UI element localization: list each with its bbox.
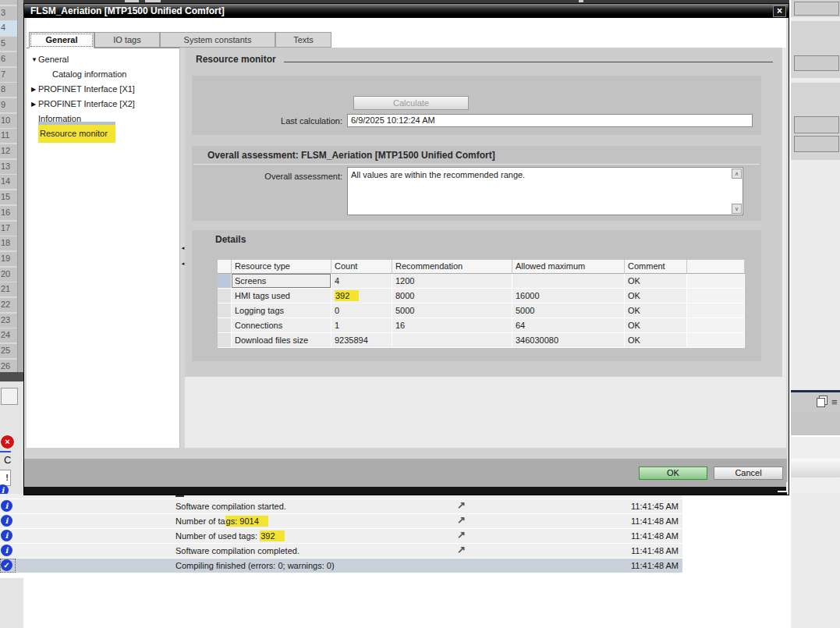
log-row[interactable]: ✓ Compiling finished (errors: 0; warning…	[0, 559, 682, 573]
comment-cell[interactable]: OK	[625, 274, 687, 289]
resource-type-cell[interactable]: Logging tags	[232, 303, 331, 318]
count-cell[interactable]: 4	[331, 274, 392, 289]
tree-item-label: General	[38, 52, 69, 67]
last-calculation-field[interactable]: 6/9/2025 10:12:24 AM	[347, 114, 753, 127]
recommendation-cell[interactable]: 16	[392, 318, 512, 333]
footer-band	[24, 448, 787, 459]
navigation-tree: ▼ General Catalog information ▶ PROFINET…	[27, 52, 179, 141]
overall-assessment-label: Overall assessment:	[207, 172, 342, 181]
background-button-fragment	[1, 388, 18, 405]
recommendation-cell[interactable]	[392, 333, 512, 348]
scroll-up-icon[interactable]: ∧	[732, 169, 742, 179]
column-header[interactable]	[687, 260, 745, 274]
allowed-maximum-cell[interactable]: 16000	[512, 289, 625, 303]
recommendation-cell[interactable]: 8000	[392, 289, 512, 303]
tab-system-constants[interactable]: System constants	[160, 32, 275, 48]
goto-arrow-icon[interactable]: ↗	[457, 514, 466, 526]
resize-grip[interactable]	[778, 482, 788, 492]
column-header[interactable]: Recommendation	[392, 260, 512, 274]
row-selector[interactable]	[218, 274, 232, 289]
highlight-marker: 392	[260, 530, 284, 541]
count-cell[interactable]: 1	[331, 318, 392, 333]
dialog-titlebar[interactable]: FLSM_Aeriation [MTP1500 Unified Comfort]	[24, 4, 789, 18]
cancel-button[interactable]: Cancel	[714, 467, 783, 480]
recommendation-cell[interactable]: 5000	[392, 303, 512, 318]
allowed-maximum-cell[interactable]: 64	[512, 318, 625, 333]
overall-assessment-textbox[interactable]: All values are within the recommended ra…	[347, 167, 743, 215]
count-cell[interactable]: 9235894	[331, 333, 392, 348]
row-selector[interactable]	[218, 333, 232, 348]
allowed-maximum-cell[interactable]	[512, 274, 625, 289]
warning-icon: !	[0, 470, 11, 486]
ok-button[interactable]: OK	[639, 467, 707, 480]
comment-cell[interactable]: OK	[625, 333, 687, 348]
dialog-bottom-edge	[24, 487, 787, 495]
log-message: Number of tags: 9014	[175, 515, 268, 527]
tab-texts[interactable]: Texts	[275, 32, 331, 48]
tree-item[interactable]: Catalog information	[27, 67, 179, 82]
recommendation-cell[interactable]: 1200	[392, 274, 512, 289]
background-field	[794, 116, 839, 133]
row-selector[interactable]	[218, 318, 232, 333]
tab-general[interactable]: General	[29, 32, 94, 48]
resource-type-cell[interactable]: Download files size	[232, 333, 331, 348]
column-header[interactable]: Allowed maximum	[512, 260, 625, 274]
table-row[interactable]: Screens 4 1200 OK	[218, 274, 745, 289]
table-row[interactable]: Logging tags 0 5000 5000 OK	[218, 303, 745, 318]
log-status-iconbox: i	[0, 499, 16, 513]
row-selector[interactable]	[218, 303, 232, 318]
tree-item[interactable]: ▶ PROFINET Interface [X2]	[27, 97, 179, 112]
table-row[interactable]: Connections 1 16 64 OK	[218, 318, 745, 333]
tree-item[interactable]: ▼ General	[27, 52, 179, 67]
log-status-icon: i	[1, 515, 12, 527]
highlight-marker: gs: 9014	[225, 516, 268, 527]
goto-arrow-icon[interactable]: ↗	[457, 499, 466, 511]
tree-expander-icon[interactable]: ▼	[27, 52, 38, 67]
row-number-cell: 25	[0, 344, 17, 360]
empty-cell	[687, 333, 745, 348]
table-row[interactable]: Download files size 9235894 346030080 OK	[218, 333, 745, 348]
overall-assessment-value: All values are within the recommended ra…	[351, 169, 728, 180]
calculate-button[interactable]: Calculate	[353, 96, 469, 110]
log-timestamp: 11:41:45 AM	[631, 500, 679, 513]
tree-item[interactable]: ▶ PROFINET Interface [X1]	[27, 82, 179, 97]
comment-cell[interactable]: OK	[625, 318, 687, 333]
background-toolbar: ≡	[791, 392, 840, 412]
tree-item-label: PROFINET Interface [X1]	[38, 82, 135, 97]
allowed-maximum-cell[interactable]: 346030080	[512, 333, 625, 348]
section-title: Details	[215, 234, 246, 245]
log-row[interactable]: i Number of tags: 9014 ↗ 11:41:48 AM	[0, 514, 682, 528]
log-row[interactable]: i Software compilation completed. ↗ 11:4…	[0, 544, 682, 558]
row-selector[interactable]	[218, 289, 232, 303]
tree-item[interactable]: Resource monitor	[27, 126, 179, 141]
comment-cell[interactable]: OK	[625, 303, 687, 318]
count-cell[interactable]: 392	[331, 289, 392, 303]
resource-type-cell[interactable]: HMI tags used	[232, 289, 331, 303]
resource-type-cell[interactable]: Screens	[232, 274, 331, 289]
row-number-cell: 9	[0, 98, 17, 114]
row-number-cell: 23	[0, 314, 17, 329]
table-header-row: Resource type Count Recommendation Allow…	[218, 260, 745, 274]
comment-cell[interactable]: OK	[625, 289, 687, 303]
scroll-down-icon[interactable]: ∨	[732, 204, 742, 214]
log-row[interactable]: i Software compilation started. ↗ 11:41:…	[0, 499, 682, 513]
table-row[interactable]: HMI tags used 392 8000 16000 OK	[218, 289, 745, 303]
dialog-content: General IO tags System constants Texts ▼…	[27, 18, 786, 448]
log-status-icon: ✓	[1, 559, 12, 571]
tree-expander-icon[interactable]: ▶	[27, 82, 38, 97]
count-cell[interactable]: 0	[331, 303, 392, 318]
resource-type-cell[interactable]: Connections	[232, 318, 331, 333]
column-header[interactable]	[218, 260, 232, 274]
allowed-maximum-cell[interactable]: 5000	[512, 303, 625, 318]
pane-splitter[interactable]: ◄ ◄	[179, 48, 185, 448]
column-header[interactable]: Comment	[625, 260, 687, 274]
column-header[interactable]: Resource type	[232, 260, 331, 274]
tab-io-tags[interactable]: IO tags	[94, 32, 160, 48]
column-header[interactable]: Count	[331, 260, 392, 274]
goto-arrow-icon[interactable]: ↗	[457, 529, 466, 541]
goto-arrow-icon[interactable]: ↗	[457, 544, 466, 555]
log-row[interactable]: i Number of used tags: 392 ↗ 11:41:48 AM	[0, 529, 682, 543]
row-number-cell: 7	[0, 68, 17, 83]
close-icon[interactable]: ×	[773, 5, 786, 17]
tree-expander-icon[interactable]: ▶	[27, 97, 38, 112]
